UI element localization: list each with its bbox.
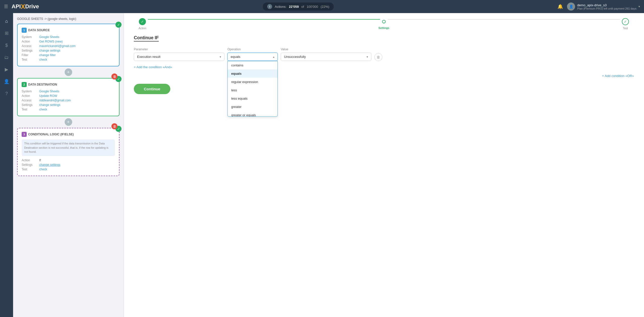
parameter-group: Parameter Execution result ▾ (134, 48, 224, 61)
value-group: Value Unsuccessfully ▾ (281, 48, 371, 61)
card1-row-test: Test check (22, 58, 115, 61)
card1-row-access: Access maverickandrii@gmail.com (22, 44, 115, 48)
card3-row-test: Test check (22, 168, 115, 171)
actions-pct: (22%) (321, 5, 330, 9)
operation-select[interactable]: equals ▴ (227, 53, 278, 61)
card2-row-action: Action Update ROW (22, 94, 115, 98)
value-value: Unsuccessfully (284, 55, 306, 59)
sidebar-item-billing[interactable]: $ (2, 40, 12, 50)
topnav: ☰ APIXDrive i Actions: 22'059 of 100'000… (0, 0, 644, 13)
info-icon: i (267, 4, 272, 9)
card-data-destination: ✓ 🗑 2 DATA DESTINATION System Google She… (17, 78, 119, 116)
actions-label: Actions: (275, 5, 286, 9)
card3-title: 3 CONDITIONAL LOGIC (IF/ELSE) (22, 132, 115, 137)
sidebar-item-connections[interactable]: 🗂 (2, 52, 12, 62)
parameter-label: Parameter (134, 48, 224, 51)
card-data-source: ✓ 1 DATA SOURCE System Google Sheets Act… (17, 24, 119, 66)
card3-row-settings: Settings change settings (22, 163, 115, 167)
dropdown-item-equals[interactable]: equals (228, 69, 277, 78)
step-action-circle: ✓ (139, 18, 146, 25)
dropdown-item-regex[interactable]: regular expression (228, 78, 277, 86)
condition-row-1: Parameter Execution result ▾ Operation e… (134, 48, 634, 61)
logo: APIXDrive (12, 3, 39, 11)
step-line-2 (388, 19, 620, 20)
actions-of: of (301, 5, 304, 9)
dropdown-item-greater-equals[interactable]: greater or equals (228, 111, 277, 116)
step-action-label: Action (139, 27, 146, 30)
step-test-label: Test (623, 27, 628, 30)
value-select[interactable]: Unsuccessfully ▾ (281, 53, 371, 61)
card2-row-system: System Google Sheets (22, 90, 115, 93)
operation-chevron-icon: ▴ (273, 55, 274, 59)
logo-drive: Drive (25, 3, 39, 10)
card1-row-settings: Settings change settings (22, 49, 115, 52)
left-panel: GOOGLE SHEETS -> (google sheets, logic) … (13, 13, 124, 317)
condition-description: This condition will be triggered if the … (22, 139, 115, 156)
card2-title: 2 DATA DESTINATION (22, 82, 115, 87)
card1-row-action: Action Get ROWS (new) (22, 40, 115, 43)
logo-x: X (21, 3, 25, 11)
chevron-down-icon: ▾ (638, 5, 640, 8)
card2-number: 2 (22, 82, 27, 87)
step-line-1 (148, 19, 380, 20)
add-step-btn-2[interactable]: + (65, 118, 72, 126)
card3-delete-btn[interactable]: 🗑 (111, 123, 117, 129)
operation-group: Operation equals ▴ contains equals regul… (227, 48, 278, 61)
card-check-icon: ✓ (115, 22, 122, 28)
parameter-value: Execution result (137, 55, 160, 59)
parameter-select[interactable]: Execution result ▾ (134, 53, 224, 61)
step-test-circle: ✓ (622, 18, 629, 25)
sidebar-item-profile[interactable]: 👤 (2, 76, 12, 87)
avatar: 👤 (567, 3, 575, 11)
step-action: ✓ Action (139, 18, 146, 25)
section-title: Continue IF (134, 35, 159, 42)
card1-row-system: System Google Sheets (22, 35, 115, 39)
logo-api: API (12, 3, 21, 10)
card1-title: 1 DATA SOURCE (22, 28, 115, 33)
card3-row-action: Action If (22, 158, 115, 162)
add-step-btn-1[interactable]: + (65, 68, 72, 76)
progress-bar: ✓ Action Settings ✓ Test (124, 13, 644, 35)
card1-number: 1 (22, 28, 27, 33)
step-settings: Settings (382, 20, 386, 23)
actions-counter: i Actions: 22'059 of 100'000 (22%) (263, 3, 334, 11)
user-plan: Plan |Premium PRO| left until payment 26… (577, 7, 636, 10)
hamburger-icon[interactable]: ☰ (4, 4, 8, 9)
operation-dropdown: contains equals regular expression less … (227, 61, 278, 117)
value-chevron-icon: ▾ (367, 55, 368, 59)
card2-row-test: Test check (22, 108, 115, 111)
sidebar-item-help[interactable]: ? (2, 89, 12, 99)
sidebar-item-grid[interactable]: ⊞ (2, 28, 12, 38)
value-label: Value (281, 48, 371, 51)
card2-row-access: Access riddleandrii@gmail.com (22, 99, 115, 102)
add-and-btn[interactable]: + Add the condition «And» (134, 65, 634, 69)
actions-count: 22'059 (289, 5, 299, 9)
dropdown-item-less-equals[interactable]: less equals (228, 94, 277, 103)
continue-button[interactable]: Continue (134, 84, 170, 94)
add-or-btn[interactable]: + Add condition «OR» (134, 74, 634, 78)
operation-label: Operation (227, 48, 278, 51)
right-panel: ✓ Action Settings ✓ Test Continue IF Par… (124, 13, 644, 317)
step-settings-circle (382, 20, 386, 23)
sidebar: ⌂ ⊞ $ 🗂 ▶ 👤 ? (0, 13, 13, 317)
panel-title: GOOGLE SHEETS -> (google sheets, logic) (17, 17, 119, 21)
dropdown-item-less[interactable]: less (228, 86, 277, 94)
card2-delete-btn[interactable]: 🗑 (111, 73, 117, 80)
delete-condition-btn[interactable]: 🗑 (374, 53, 382, 61)
step-settings-label: Settings (378, 26, 389, 29)
content-area: Continue IF Parameter Execution result ▾… (124, 35, 644, 104)
card1-row-filter: Filter change filter (22, 53, 115, 57)
user-name: demo_apix-drive_s3 (577, 3, 636, 7)
bell-icon[interactable]: 🔔 (557, 4, 563, 9)
sidebar-item-home[interactable]: ⌂ (2, 16, 12, 26)
parameter-chevron-icon: ▾ (220, 55, 221, 59)
user-area[interactable]: 👤 demo_apix-drive_s3 Plan |Premium PRO| … (567, 3, 640, 11)
card3-number: 3 (22, 132, 27, 137)
dropdown-item-contains[interactable]: contains (228, 61, 277, 69)
operation-value: equals (231, 55, 240, 59)
card-conditional-logic: ✓ 🗑 3 CONDITIONAL LOGIC (IF/ELSE) This c… (17, 128, 119, 176)
sidebar-item-media[interactable]: ▶ (2, 64, 12, 74)
dropdown-scroll[interactable]: contains equals regular expression less … (228, 61, 277, 116)
step-test: ✓ Test (622, 18, 629, 25)
dropdown-item-greater[interactable]: greater (228, 103, 277, 111)
